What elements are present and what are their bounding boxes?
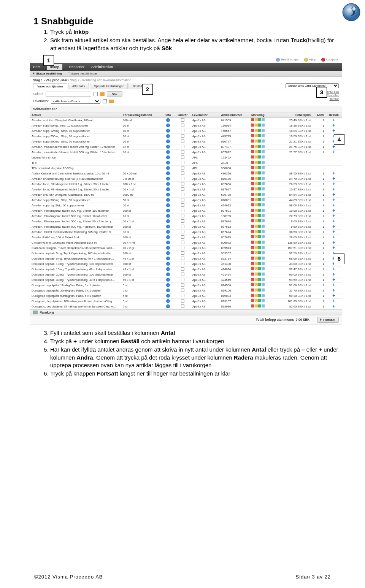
plus-icon[interactable]: + (332, 177, 335, 181)
leverantor-checkbox[interactable] (103, 99, 107, 103)
info-icon[interactable]: i (166, 150, 170, 154)
info-icon[interactable]: i (166, 166, 170, 170)
cell-antal[interactable]: 1 (312, 224, 325, 229)
plus-icon[interactable]: + (332, 235, 335, 239)
truck-checkbox[interactable] (94, 92, 98, 96)
plus-icon[interactable]: + (332, 214, 335, 218)
info-icon[interactable]: i (166, 139, 170, 143)
link-hjalp[interactable]: Hjälp (304, 58, 316, 62)
info-icon[interactable]: i (166, 145, 170, 149)
info-icon[interactable]: i (166, 134, 170, 138)
cell-antal[interactable]: 1 (312, 203, 325, 208)
cell-artikel[interactable]: Alvedon supp 125mg, Strip, 10 suppositor… (30, 128, 121, 133)
compare-checkbox[interactable] (181, 235, 184, 239)
compare-checkbox[interactable] (181, 288, 184, 292)
plus-icon[interactable]: + (332, 219, 335, 223)
col-header[interactable]: Artikel (30, 113, 121, 118)
cell-artikel[interactable]: Durogesic, depotplåster 75 mikrogram/tim… (30, 304, 121, 309)
info-icon[interactable]: i (166, 187, 170, 191)
cell-antal[interactable]: 1 (312, 266, 325, 272)
tab-1[interactable]: Alternativ (68, 83, 89, 89)
info-icon[interactable]: i (166, 203, 170, 207)
compare-checkbox[interactable] (181, 118, 184, 122)
cell-antal[interactable] (312, 155, 325, 160)
info-icon[interactable]: i (166, 118, 170, 122)
plus-icon[interactable]: + (332, 145, 335, 149)
compare-checkbox[interactable] (181, 257, 184, 260)
col-header[interactable]: Beställ (326, 113, 342, 118)
cell-artikel[interactable]: Dolcontin depttabl 30mg, Tryckförpacknin… (30, 277, 121, 282)
plus-icon[interactable]: + (332, 246, 335, 250)
varukorg-header[interactable]: Varukorg (30, 309, 342, 315)
cell-artikel[interactable]: TPN standard storpåse 10-30kg (30, 165, 121, 171)
compare-checkbox[interactable] (181, 129, 184, 132)
info-icon[interactable]: i (166, 246, 170, 250)
info-icon[interactable]: i (166, 124, 170, 127)
compare-checkbox[interactable] (181, 198, 184, 201)
cell-artikel[interactable]: Alvedon® 665 mg 100 st Tablet Burk (30, 235, 121, 240)
cell-artikel[interactable]: Durogesic depotplåst 12mikg/tim, Påse, 5… (30, 282, 121, 288)
info-icon[interactable]: i (166, 251, 170, 255)
compare-checkbox[interactable] (181, 187, 184, 191)
fortsatt-button[interactable]: Fortsätt (317, 317, 339, 323)
col-header[interactable]: Förpackningsstorlek (121, 113, 162, 118)
cell-artikel[interactable]: Dolcontin depttabl 10mg, Tryckförpacknin… (30, 266, 121, 272)
cell-antal[interactable]: 1 (312, 181, 325, 187)
cell-antal[interactable]: 1 (312, 144, 325, 149)
plus-icon[interactable]: + (332, 288, 335, 292)
cell-artikel[interactable]: TPN (30, 160, 121, 165)
cell-antal[interactable]: 1 (312, 298, 325, 304)
cell-antal[interactable]: 1 (312, 149, 325, 155)
cell-artikel[interactable]: Dolcontin depttabl 5mg, Tryckförpackning… (30, 250, 121, 256)
cell-artikel[interactable]: Leverantörs artikel (30, 155, 121, 160)
col-header[interactable]: Leverantör (191, 113, 220, 118)
cell-artikel[interactable]: Dolcontin depttabl 30mg, Tryckförpacknin… (30, 272, 121, 277)
plus-icon[interactable]: + (332, 230, 335, 234)
info-icon[interactable]: i (166, 273, 170, 276)
compare-checkbox[interactable] (181, 241, 184, 244)
plus-icon[interactable]: + (332, 187, 335, 191)
cell-antal[interactable]: 1 (312, 293, 325, 298)
compare-checkbox[interactable] (181, 283, 184, 287)
cell-antal[interactable]: 1 (312, 197, 325, 203)
compare-checkbox[interactable] (181, 209, 184, 212)
cell-antal[interactable]: 1 (312, 235, 325, 240)
info-icon[interactable]: i (166, 278, 170, 282)
cell-artikel[interactable]: Alvedon oral lösn 24mg/ml, Glasflaska, 1… (30, 117, 121, 123)
cell-artikel[interactable]: Alvedon oral lösn 24mg/ml, Glasflaska, 1… (30, 192, 121, 197)
info-icon[interactable]: i (166, 129, 170, 133)
info-icon[interactable]: i (166, 262, 170, 266)
nav-item-hem[interactable]: Hem (33, 65, 40, 69)
plus-icon[interactable]: + (332, 273, 335, 276)
plus-icon[interactable]: + (332, 241, 335, 244)
cell-antal[interactable]: 1 (312, 282, 325, 288)
cell-artikel[interactable]: Alvedon forte, Filmdragerad tablett 1 g,… (30, 181, 121, 187)
cell-antal[interactable]: 1 (312, 250, 325, 256)
compare-checkbox[interactable] (181, 262, 184, 265)
cell-antal[interactable]: 1 (312, 261, 325, 266)
cell-antal[interactable]: 1 (312, 213, 325, 219)
cell-artikel[interactable]: Durogesic depotplåst 25mikg/tim, Påse, 5… (30, 288, 121, 293)
cell-antal[interactable]: 1 (312, 128, 325, 133)
plus-icon[interactable]: + (332, 171, 335, 175)
cell-artikel[interactable]: Dolcontin depttabl 10mg, Tryckförpacknin… (30, 261, 121, 266)
leverantor-dropdown[interactable]: < Alla leverantörer > (51, 99, 100, 104)
info-icon[interactable]: i (166, 177, 170, 181)
cell-antal[interactable]: 1 (312, 229, 325, 235)
compare-checkbox[interactable] (181, 246, 184, 249)
plus-icon[interactable]: + (332, 193, 335, 197)
cell-antal[interactable]: 1 (312, 133, 325, 139)
compare-checkbox[interactable] (181, 304, 184, 308)
compare-checkbox[interactable] (181, 203, 184, 207)
cell-antal[interactable]: 1 (312, 288, 325, 293)
plus-icon[interactable]: + (332, 203, 335, 207)
compare-checkbox[interactable] (181, 225, 184, 228)
col-header[interactable]: Info (162, 113, 175, 118)
info-icon[interactable]: i (166, 283, 170, 287)
cell-antal[interactable]: 1 (312, 192, 325, 197)
plus-icon[interactable]: + (332, 118, 335, 122)
col-header[interactable]: Märkning (250, 113, 279, 118)
nav-item-administration[interactable]: Administration (91, 65, 113, 69)
search-input[interactable] (46, 92, 91, 97)
cell-artikel[interactable]: Alvedon, Filmdragerad tablett 500 mg, Bl… (30, 208, 121, 213)
